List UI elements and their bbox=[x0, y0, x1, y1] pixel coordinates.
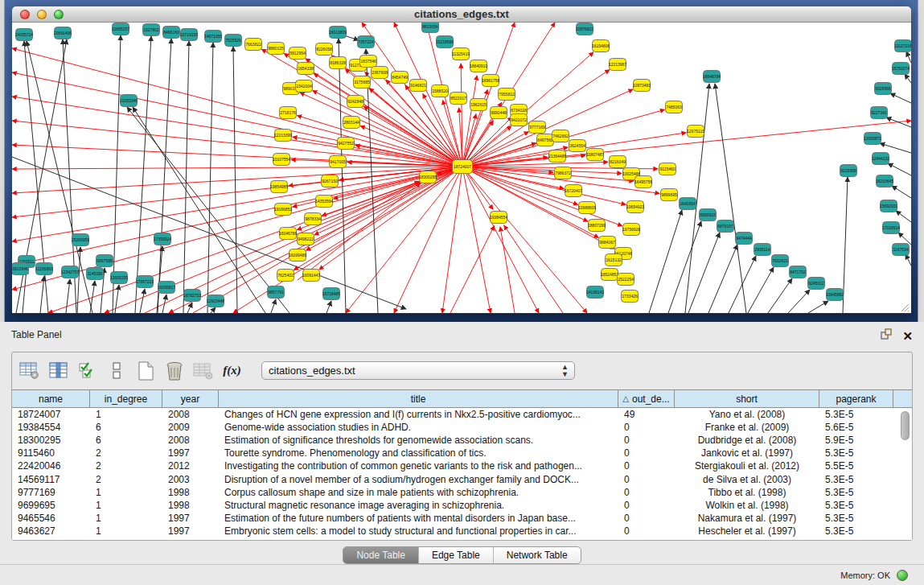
graph-node[interactable]: 7515526 bbox=[225, 35, 242, 47]
table-row[interactable]: 969969511998Structural magnetic resonanc… bbox=[12, 499, 912, 512]
graph-node[interactable]: 9878334 bbox=[305, 213, 322, 225]
graph-edge[interactable] bbox=[768, 278, 792, 313]
table-row[interactable]: 2242004622012Investigating the contribut… bbox=[12, 459, 912, 472]
show-columns-icon[interactable] bbox=[47, 360, 69, 381]
graph-node[interactable]: 9857791 bbox=[268, 286, 285, 299]
table-cell[interactable]: 5.3E-5 bbox=[819, 409, 893, 420]
table-cell[interactable]: 1 bbox=[90, 525, 162, 537]
graph-node[interactable]: 8216049 bbox=[610, 156, 626, 168]
graph-node[interactable]: 9215958 bbox=[840, 165, 857, 177]
graph-edge[interactable] bbox=[886, 117, 911, 127]
graph-edge[interactable] bbox=[183, 41, 189, 313]
table-cell[interactable]: Wolkin et al. (1998) bbox=[675, 500, 819, 511]
graph-node[interactable]: 10807487 bbox=[586, 149, 604, 161]
graph-node[interactable]: 14353594 bbox=[315, 196, 333, 208]
graph-edge[interactable] bbox=[898, 233, 911, 245]
graph-edge[interactable] bbox=[12, 167, 462, 193]
graph-edge[interactable] bbox=[300, 93, 462, 167]
table-cell[interactable]: Embryonic stem cells: a model to study s… bbox=[219, 525, 618, 537]
tab-network-table[interactable]: Network Table bbox=[494, 547, 581, 563]
graph-node[interactable]: 20876822 bbox=[576, 23, 593, 35]
table-cell[interactable]: 0 bbox=[618, 435, 675, 446]
table-cell[interactable]: 1998 bbox=[162, 500, 219, 511]
delete-column-icon[interactable] bbox=[163, 360, 185, 381]
graph-node[interactable]: 1145190 bbox=[87, 268, 104, 280]
column-header-in_degree[interactable]: in_degree bbox=[90, 390, 162, 407]
graph-node[interactable]: 18807299 bbox=[588, 220, 606, 232]
graph-node[interactable]: 9884067 bbox=[599, 237, 616, 249]
table-cell[interactable]: 9465546 bbox=[12, 513, 90, 524]
graph-node[interactable]: 2367608 bbox=[372, 67, 388, 79]
right-panel-edge[interactable] bbox=[918, 0, 924, 322]
graph-node[interactable]: 24055724 bbox=[15, 29, 33, 41]
graph-edge[interactable] bbox=[890, 93, 911, 103]
graph-edge[interactable] bbox=[66, 279, 70, 313]
graph-node[interactable]: 8226058 bbox=[316, 43, 333, 56]
table-cell[interactable]: 5.3E-5 bbox=[819, 487, 893, 498]
window-titlebar[interactable]: citations_edges.txt bbox=[12, 6, 911, 23]
graph-node[interactable]: 9245012 bbox=[808, 278, 825, 290]
table-cell[interactable]: de Silva et al. (2003) bbox=[675, 474, 819, 485]
graph-node[interactable]: 16495756 bbox=[634, 176, 652, 188]
graph-edge[interactable] bbox=[169, 167, 462, 313]
close-panel-icon[interactable]: ✕ bbox=[902, 331, 913, 342]
graph-edge[interactable] bbox=[668, 221, 701, 313]
graph-node[interactable]: 9242848 bbox=[347, 96, 364, 108]
graph-node[interactable]: 9267150 bbox=[322, 175, 339, 187]
graph-node[interactable]: 19166852 bbox=[274, 204, 292, 216]
table-cell[interactable]: Estimation of significance thresholds fo… bbox=[219, 435, 618, 446]
graph-node[interactable]: 16154808 bbox=[592, 40, 610, 52]
graph-edge[interactable] bbox=[905, 74, 911, 83]
graph-node[interactable]: 9421072 bbox=[511, 114, 528, 126]
graph-node[interactable]: 21364486 bbox=[548, 150, 566, 163]
table-cell[interactable]: Hescheler et al. (1997) bbox=[675, 525, 819, 537]
graph-node[interactable]: 10973493 bbox=[633, 80, 651, 92]
table-cell[interactable]: 19384554 bbox=[12, 422, 90, 433]
tab-edge-table[interactable]: Edge Table bbox=[419, 547, 494, 563]
graph-edge[interactable] bbox=[748, 267, 774, 313]
table-cell[interactable]: 5.9E-5 bbox=[819, 435, 893, 446]
graph-node[interactable]: 2522254 bbox=[618, 274, 634, 286]
table-cell[interactable]: 0 bbox=[618, 447, 675, 459]
graph-edge[interactable] bbox=[808, 301, 828, 313]
table-cell[interactable]: 1997 bbox=[162, 447, 219, 459]
graph-node[interactable]: 9899695 bbox=[661, 189, 678, 201]
graph-node[interactable]: 9990448 bbox=[491, 107, 507, 119]
table-cell[interactable]: 5.3E-5 bbox=[819, 474, 893, 485]
graph-node[interactable]: 3913946 bbox=[12, 263, 29, 275]
graph-node[interactable]: 12213967 bbox=[609, 59, 626, 71]
graph-node[interactable]: 9329966 bbox=[875, 83, 892, 95]
table-row[interactable]: 1938455462009Genome-wide association stu… bbox=[12, 421, 912, 434]
graph-node[interactable]: 12093872 bbox=[864, 133, 881, 145]
graph-edge[interactable] bbox=[896, 211, 911, 222]
table-cell[interactable]: Stergiakouli et al. (2012) bbox=[675, 460, 819, 472]
graph-node[interactable]: 10719155 bbox=[180, 29, 198, 41]
graph-edge[interactable] bbox=[423, 94, 462, 167]
table-cell[interactable]: 5.6E-5 bbox=[819, 422, 893, 433]
float-panel-icon[interactable] bbox=[881, 328, 893, 344]
graph-edge[interactable] bbox=[207, 43, 213, 313]
graph-node[interactable]: 8454749 bbox=[392, 72, 409, 84]
table-cell[interactable]: 2003 bbox=[162, 474, 219, 485]
graph-edge[interactable] bbox=[500, 227, 515, 313]
graph-node[interactable]: 12444132 bbox=[872, 153, 889, 165]
graph-node[interactable]: 6879197 bbox=[717, 220, 734, 233]
graph-node[interactable]: 19654923 bbox=[626, 201, 644, 213]
graph-node[interactable]: 16099489 bbox=[289, 249, 306, 262]
graph-node[interactable]: 21053346 bbox=[120, 95, 138, 107]
table-cell[interactable]: 18300295 bbox=[12, 435, 90, 446]
graph-edge[interactable] bbox=[906, 254, 911, 266]
graph-edge[interactable] bbox=[462, 167, 634, 181]
graph-node[interactable]: 16095817 bbox=[158, 282, 175, 294]
graph-edge[interactable] bbox=[788, 290, 810, 313]
graph-node[interactable]: 18300295 bbox=[419, 171, 437, 183]
graph-node[interactable]: 16782753 bbox=[183, 290, 201, 302]
table-cell[interactable]: Estimation of the future numbers of pati… bbox=[219, 513, 618, 524]
table-cell[interactable]: 2 bbox=[90, 474, 162, 485]
table-cell[interactable]: Dudbridge et al. (2008) bbox=[675, 435, 819, 446]
import-table-icon[interactable] bbox=[192, 360, 214, 381]
graph-node[interactable]: 15751074 bbox=[892, 63, 910, 75]
graph-node[interactable]: 2935114 bbox=[754, 244, 771, 256]
graph-node[interactable]: 15218586 bbox=[436, 36, 454, 48]
graph-node[interactable]: 2718176 bbox=[280, 107, 297, 119]
